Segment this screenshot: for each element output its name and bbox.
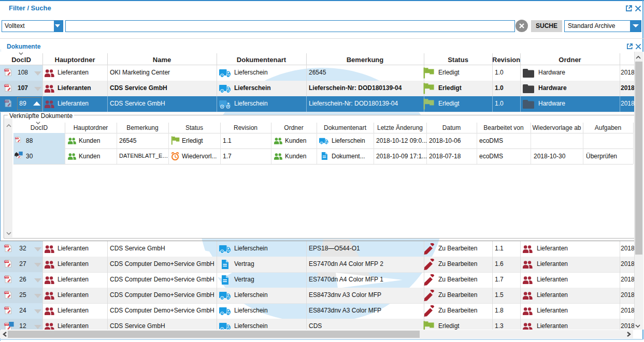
svg-text:PDF: PDF — [5, 307, 9, 309]
svg-text:PDF: PDF — [5, 323, 9, 325]
svg-text:PDF: PDF — [5, 276, 9, 278]
svg-text:PDF: PDF — [5, 245, 9, 247]
svg-text:PDF: PDF — [16, 137, 19, 139]
svg-text:PDF: PDF — [5, 69, 9, 71]
svg-text:PDF: PDF — [5, 292, 9, 294]
svg-text:PDF: PDF — [5, 261, 9, 263]
svg-text:PDF: PDF — [5, 85, 9, 87]
svg-text:PDF: PDF — [5, 100, 9, 102]
